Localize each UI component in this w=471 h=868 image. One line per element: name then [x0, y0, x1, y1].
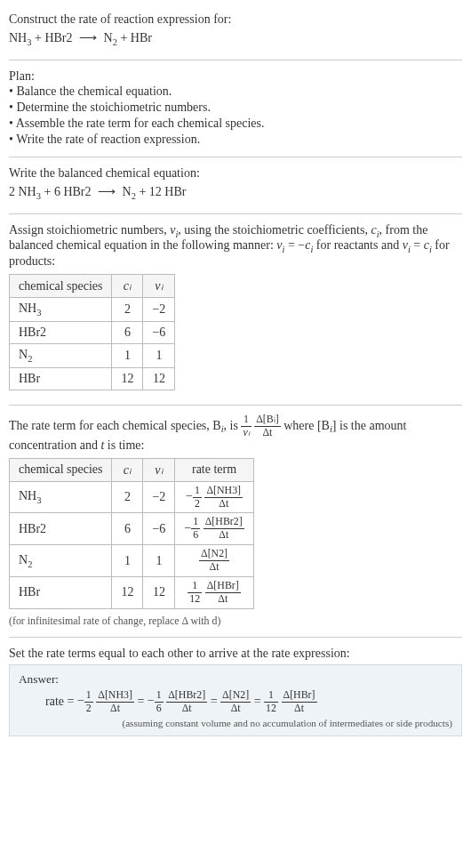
frac-num: Δ[HBr] — [282, 690, 317, 703]
table-cell: HBr — [10, 367, 112, 390]
frac-num: Δ[NH3] — [96, 690, 134, 703]
frac-den: Δt — [199, 561, 229, 573]
fraction: 1νᵢ — [241, 414, 251, 438]
fraction: 12 — [84, 690, 93, 714]
frac-num: Δ[NH3] — [204, 486, 243, 498]
table-cell: 12 — [112, 577, 143, 609]
table-header-row: chemical species cᵢ νᵢ rate term — [10, 458, 254, 481]
table-cell: NH3 — [10, 298, 112, 322]
eq-text: N — [119, 185, 132, 198]
answer-note: (assuming constant volume and no accumul… — [19, 718, 452, 728]
table-cell: HBr2 — [10, 513, 112, 545]
arrow-icon: ⟶ — [98, 185, 116, 198]
plan-bullet: • Write the rate of reaction expression. — [9, 132, 462, 148]
eq-text: + HBr — [117, 31, 152, 44]
fraction: Δ[N2]Δt — [199, 549, 229, 573]
eq-text: + 12 HBr — [136, 185, 187, 198]
table-cell: −6 — [143, 321, 175, 343]
fraction: Δ[NH3]Δt — [204, 486, 243, 510]
fraction: 12 — [193, 486, 202, 510]
answer-title: Answer: — [19, 672, 452, 687]
stoich-table: chemical species cᵢ νᵢ NH3 2 −2 HBr2 6 −… — [9, 274, 175, 390]
frac-den: Δt — [166, 703, 207, 714]
table-header-row: chemical species cᵢ νᵢ — [10, 275, 175, 298]
frac-num: Δ[N2] — [199, 549, 229, 561]
rate-term-section: The rate term for each chemical species,… — [9, 409, 462, 633]
header-text: cᵢ — [124, 279, 132, 293]
answer-box: Answer: rate = −12 Δ[NH3]Δt = −16 Δ[HBr2… — [9, 664, 462, 736]
frac-num: 1 — [241, 414, 251, 427]
rate-term: −16 Δ[HBr2]Δt — [148, 694, 207, 707]
table-cell: 6 — [112, 513, 143, 545]
frac-den: Δt — [205, 593, 241, 605]
frac-den: Δt — [204, 498, 243, 510]
table-cell: 1 — [143, 545, 175, 577]
table-header: νᵢ — [143, 275, 175, 298]
table-cell: −12 Δ[NH3]Δt — [175, 481, 253, 513]
cell-sub: 3 — [36, 308, 41, 317]
text: is time: — [104, 438, 144, 452]
fraction: 112 — [188, 581, 202, 605]
frac-num: 1 — [155, 690, 164, 703]
table-header: νᵢ — [143, 458, 175, 481]
cell-sub: 2 — [28, 354, 32, 364]
plan-section: Plan: • Balance the chemical equation. •… — [9, 64, 462, 153]
table-row: HBr 12 12 112 Δ[HBr]Δt — [10, 577, 254, 609]
table-header: cᵢ — [112, 275, 143, 298]
fraction: 16 — [191, 517, 200, 541]
answer-equation: rate = −12 Δ[NH3]Δt = −16 Δ[HBr2]Δt = Δ[… — [45, 690, 452, 714]
frac-num: Δ[Bᵢ] — [254, 414, 281, 427]
header-text: νᵢ — [155, 279, 163, 293]
fraction: Δ[HBr2]Δt — [204, 517, 244, 541]
rate-term-text: The rate term for each chemical species,… — [9, 414, 462, 453]
frac-num: 1 — [191, 517, 200, 529]
stoich-text: Assign stoichiometric numbers, νi, using… — [9, 223, 462, 269]
table-cell: N2 — [10, 343, 112, 367]
text: , is — [224, 418, 242, 431]
fraction: Δ[Bᵢ]Δt — [254, 414, 281, 438]
cell-text: N — [19, 348, 28, 361]
eq-text: + 6 HBr2 — [41, 185, 94, 198]
table-cell: HBr — [10, 577, 112, 609]
table-cell: 12 — [143, 367, 175, 390]
balanced-title: Write the balanced chemical equation: — [9, 166, 462, 181]
table-header: cᵢ — [112, 458, 143, 481]
header-text: cᵢ — [124, 463, 132, 477]
sign: − — [77, 694, 84, 707]
cell-text: NH — [19, 301, 36, 315]
cell-text: N — [19, 553, 28, 567]
text: for reactants and — [313, 238, 402, 252]
frac-den: νᵢ — [241, 427, 251, 438]
plan-title: Plan: — [9, 69, 462, 84]
text: The rate term for each chemical species,… — [9, 418, 221, 431]
table-cell: HBr2 — [10, 321, 112, 343]
rate-term: 112 Δ[HBr]Δt — [264, 694, 316, 707]
frac-den: Δt — [96, 703, 134, 714]
plan-bullet: • Determine the stoichiometric numbers. — [9, 100, 462, 116]
table-row: N2 1 1 Δ[N2]Δt — [10, 545, 254, 577]
equals: = — [137, 694, 147, 707]
table-cell: Δ[N2]Δt — [175, 545, 253, 577]
intro-section: Construct the rate of reaction expressio… — [9, 7, 462, 56]
header-text: νᵢ — [155, 463, 163, 477]
table-header: rate term — [175, 458, 253, 481]
table-cell: 12 — [143, 577, 175, 609]
table-row: NH3 2 −2 — [10, 298, 175, 322]
sign: − — [186, 489, 193, 502]
intro-title: Construct the rate of reaction expressio… — [9, 12, 462, 27]
divider — [9, 405, 462, 406]
table-row: NH3 2 −2 −12 Δ[NH3]Δt — [10, 481, 254, 513]
frac-den: Δt — [254, 427, 281, 438]
frac-den: Δt — [282, 703, 317, 714]
fraction: 16 — [155, 690, 164, 714]
fraction: Δ[HBr]Δt — [205, 581, 241, 605]
eq-text: + HBr2 — [31, 31, 76, 44]
cell-sub: 2 — [28, 559, 32, 569]
stoich-section: Assign stoichiometric numbers, νi, using… — [9, 218, 462, 401]
final-section: Set the rate terms equal to each other t… — [9, 641, 462, 742]
table-cell: 1 — [143, 343, 175, 367]
rate-term-table: chemical species cᵢ νᵢ rate term NH3 2 −… — [9, 458, 254, 609]
divider — [9, 213, 462, 214]
rate-term: Δ[N2]Δt — [220, 694, 251, 707]
sign: − — [148, 694, 155, 707]
